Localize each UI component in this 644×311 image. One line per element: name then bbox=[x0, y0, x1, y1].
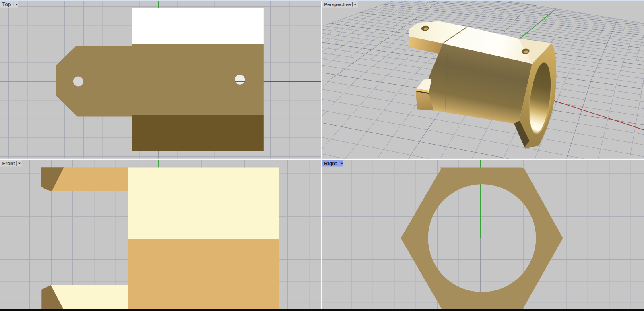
svg-text:Right: Right bbox=[324, 161, 337, 166]
svg-text:Perspective: Perspective bbox=[324, 2, 351, 7]
svg-text:Top: Top bbox=[2, 2, 11, 7]
svg-text:Front: Front bbox=[2, 161, 16, 166]
